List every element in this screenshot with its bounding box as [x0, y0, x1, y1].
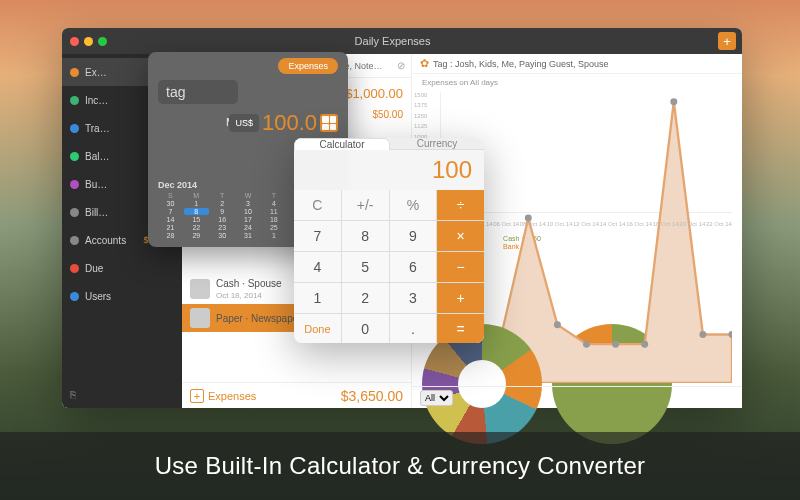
- month-label: Dec 2014: [158, 180, 197, 190]
- svg-point-8: [641, 341, 648, 348]
- add-icon[interactable]: +: [190, 389, 204, 403]
- sidebar-footer-icon[interactable]: ⎘: [62, 381, 182, 408]
- calendar-day[interactable]: 23: [210, 224, 235, 231]
- tab-calculator[interactable]: Calculator: [294, 138, 390, 150]
- svg-point-6: [583, 341, 590, 348]
- center-footer: + Expenses $3,650.00: [182, 382, 411, 408]
- calendar-day[interactable]: 31: [236, 232, 261, 239]
- avatar: [190, 308, 210, 328]
- tag-input[interactable]: tag: [158, 80, 238, 104]
- calendar-day[interactable]: 18: [261, 216, 286, 223]
- calc-key-1[interactable]: 1: [294, 283, 341, 313]
- calc-key-×[interactable]: ×: [437, 221, 484, 251]
- calc-key-+/-[interactable]: +/-: [342, 190, 389, 220]
- calendar-day[interactable]: 30: [158, 200, 183, 207]
- calc-key-7[interactable]: 7: [294, 221, 341, 251]
- footer-label: Expenses: [208, 390, 256, 402]
- marketing-caption: Use Built-In Calculator & Currency Conve…: [0, 432, 800, 500]
- calc-key-9[interactable]: 9: [390, 221, 437, 251]
- calendar-day[interactable]: 21: [158, 224, 183, 231]
- calendar-day[interactable]: 8: [184, 208, 209, 215]
- calc-key-+[interactable]: +: [437, 283, 484, 313]
- calc-display: 100: [294, 150, 484, 190]
- window-title: Daily Expenses: [67, 35, 718, 47]
- calendar-day[interactable]: 9: [210, 208, 235, 215]
- calc-key-C[interactable]: C: [294, 190, 341, 220]
- tag-summary: Tag : Josh, Kids, Me, Paying Guest, Spou…: [433, 59, 609, 69]
- calendar-day[interactable]: 10: [236, 208, 261, 215]
- currency-chip[interactable]: US$: [229, 114, 259, 132]
- tab-currency[interactable]: Currency: [390, 138, 484, 150]
- calendar-day[interactable]: 17: [236, 216, 261, 223]
- calc-key-2[interactable]: 2: [342, 283, 389, 313]
- right-header: ✿ Tag : Josh, Kids, Me, Paying Guest, Sp…: [412, 54, 742, 74]
- avatar: [190, 279, 210, 299]
- svg-point-5: [554, 321, 561, 328]
- sidebar-item-8[interactable]: Users: [62, 282, 182, 310]
- filter-select[interactable]: All: [420, 390, 453, 406]
- calendar-day[interactable]: 7: [158, 208, 183, 215]
- svg-point-10: [699, 331, 706, 338]
- calc-key-4[interactable]: 4: [294, 252, 341, 282]
- calc-key-5[interactable]: 5: [342, 252, 389, 282]
- calendar-day[interactable]: 14: [158, 216, 183, 223]
- calendar-day[interactable]: 30: [210, 232, 235, 239]
- footer-total: $3,650.00: [341, 388, 403, 404]
- calc-key-%[interactable]: %: [390, 190, 437, 220]
- calculator-popover: Calculator Currency 100 C+/-%÷789×456−12…: [294, 138, 484, 343]
- calendar-day[interactable]: 1: [184, 200, 209, 207]
- add-expense-button[interactable]: +: [718, 32, 736, 50]
- gear-icon[interactable]: ✿: [420, 57, 429, 70]
- calc-keypad: C+/-%÷789×456−123+Done0.=: [294, 190, 484, 343]
- chart-title: Expenses on All days: [422, 78, 498, 87]
- titlebar: Daily Expenses +: [62, 28, 742, 54]
- keypad-icon[interactable]: [320, 114, 338, 132]
- right-footer: All: [412, 386, 742, 408]
- svg-point-7: [612, 341, 619, 348]
- expenses-pill[interactable]: Expenses: [278, 58, 338, 74]
- amount-display: 100.0: [262, 110, 317, 136]
- calc-key-8[interactable]: 8: [342, 221, 389, 251]
- calendar-day[interactable]: 28: [158, 232, 183, 239]
- calc-key-÷[interactable]: ÷: [437, 190, 484, 220]
- calendar-day[interactable]: 24: [236, 224, 261, 231]
- sidebar-item-7[interactable]: Due: [62, 254, 182, 282]
- svg-point-9: [670, 98, 677, 105]
- calc-key-−[interactable]: −: [437, 252, 484, 282]
- calendar-day[interactable]: 15: [184, 216, 209, 223]
- calendar-day[interactable]: 3: [236, 200, 261, 207]
- calendar-day[interactable]: 1: [261, 232, 286, 239]
- clear-icon[interactable]: ⊘: [397, 60, 405, 71]
- calendar-day[interactable]: 2: [210, 200, 235, 207]
- calc-key-Done[interactable]: Done: [294, 314, 341, 343]
- calendar-day[interactable]: 25: [261, 224, 286, 231]
- calc-tabs: Calculator Currency: [294, 138, 484, 150]
- calc-key-=[interactable]: =: [437, 314, 484, 343]
- calc-key-.[interactable]: .: [390, 314, 437, 343]
- calc-key-3[interactable]: 3: [390, 283, 437, 313]
- calendar-day[interactable]: 4: [261, 200, 286, 207]
- calendar-day[interactable]: 16: [210, 216, 235, 223]
- calc-key-0[interactable]: 0: [342, 314, 389, 343]
- calendar-day[interactable]: 22: [184, 224, 209, 231]
- calc-key-6[interactable]: 6: [390, 252, 437, 282]
- calendar-day[interactable]: 11: [261, 208, 286, 215]
- calendar-day[interactable]: 29: [184, 232, 209, 239]
